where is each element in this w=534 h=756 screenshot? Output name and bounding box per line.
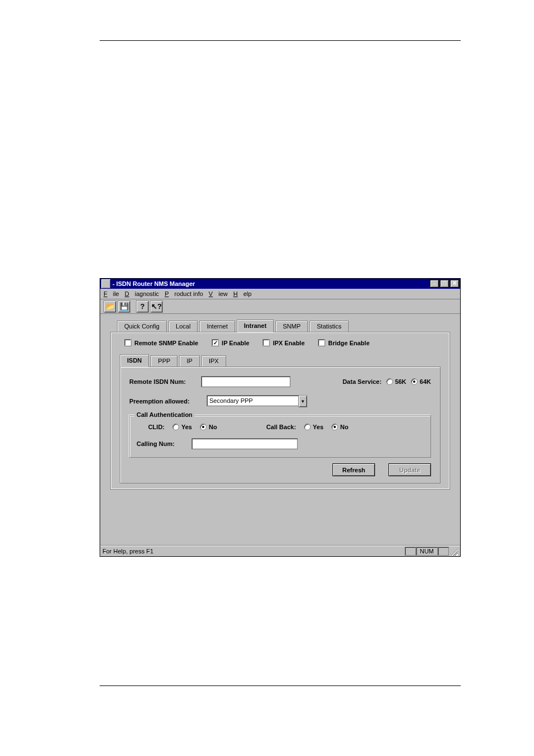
tab-internet[interactable]: Internet xyxy=(199,321,235,332)
menu-view[interactable]: View xyxy=(209,290,228,297)
radio-icon xyxy=(172,424,179,430)
client-area: Quick Config Local Internet Intranet SNM… xyxy=(100,314,460,545)
callback-no-label: No xyxy=(340,424,349,430)
data-service-56k-radio[interactable]: 56K xyxy=(386,378,406,385)
checkbox-icon xyxy=(263,339,270,346)
ipx-enable-checkbox[interactable]: IPX Enable xyxy=(263,339,305,346)
clid-no-radio[interactable]: No xyxy=(200,424,217,430)
call-auth-legend: Call Authentication xyxy=(134,411,195,418)
data-service-64k-radio[interactable]: 64K xyxy=(411,378,431,385)
ip-enable-checkbox[interactable]: IP Enable xyxy=(212,339,249,346)
menubar: File Diagnostic Product info View Help xyxy=(100,289,460,299)
button-row: Refresh Update xyxy=(129,463,431,476)
tab-intranet[interactable]: Intranet xyxy=(237,320,274,332)
preemption-value[interactable] xyxy=(207,395,298,406)
remote-isdn-num-label: Remote ISDN Num: xyxy=(129,378,196,385)
tab-statistics[interactable]: Statistics xyxy=(310,321,349,332)
status-num-indicator: NUM xyxy=(416,547,438,556)
tab-quick-config[interactable]: Quick Config xyxy=(117,321,167,332)
status-spacer xyxy=(405,547,416,556)
call-authentication-group: Call Authentication CLID: Yes No Call Ba… xyxy=(129,415,431,458)
menu-diagnostic[interactable]: Diagnostic xyxy=(125,290,159,297)
menu-help[interactable]: Help xyxy=(233,290,252,297)
status-spacer2 xyxy=(438,547,449,556)
callback-label: Call Back: xyxy=(266,424,296,430)
checkbox-checked-icon xyxy=(212,339,219,346)
help-icon: ? xyxy=(140,302,145,311)
subtab-ppp[interactable]: PPP xyxy=(151,355,177,367)
toolbar: 📂 💾 ? ↖? xyxy=(100,299,460,314)
calling-num-input[interactable] xyxy=(191,438,298,449)
calling-num-label: Calling Num: xyxy=(137,440,187,447)
help-button[interactable]: ? xyxy=(136,300,149,313)
clid-yes-label: Yes xyxy=(181,424,192,430)
main-tabs: Quick Config Local Internet Intranet SNM… xyxy=(117,320,450,332)
save-icon: 💾 xyxy=(120,302,129,311)
preemption-dropdown[interactable]: ▼ xyxy=(207,395,307,407)
subtab-ipx[interactable]: IPX xyxy=(202,355,226,367)
radio-icon xyxy=(386,378,393,385)
titlebar: - ISDN Router NMS Manager xyxy=(100,279,460,289)
close-button[interactable] xyxy=(450,280,459,288)
callback-yes-label: Yes xyxy=(313,424,324,430)
clid-label: CLID: xyxy=(137,424,165,430)
maximize-button[interactable] xyxy=(440,280,449,288)
ipx-enable-label: IPX Enable xyxy=(273,340,305,346)
tab-local[interactable]: Local xyxy=(168,321,198,332)
open-icon: 📂 xyxy=(106,302,115,311)
bridge-enable-label: Bridge Enable xyxy=(328,340,369,346)
remote-snmp-enable-checkbox[interactable]: Remote SNMP Enable xyxy=(124,339,198,346)
page-divider-top xyxy=(100,40,461,41)
tab-snmp[interactable]: SNMP xyxy=(275,321,308,332)
app-icon xyxy=(101,279,110,288)
clid-yes-radio[interactable]: Yes xyxy=(172,424,192,430)
app-window: - ISDN Router NMS Manager File Diagnosti… xyxy=(100,278,461,557)
ip-enable-label: IP Enable xyxy=(222,340,249,346)
remote-isdn-num-input[interactable] xyxy=(201,376,291,387)
radio-icon xyxy=(304,424,311,430)
page-divider-bottom xyxy=(100,685,461,686)
refresh-button[interactable]: Refresh xyxy=(332,463,375,476)
radio-selected-icon xyxy=(331,424,338,430)
status-help-text: For Help, press F1 xyxy=(102,548,405,555)
callback-yes-radio[interactable]: Yes xyxy=(304,424,324,430)
subtab-isdn[interactable]: ISDN xyxy=(120,354,149,367)
bridge-enable-checkbox[interactable]: Bridge Enable xyxy=(318,339,369,346)
whatsthis-button[interactable]: ↖? xyxy=(150,300,163,313)
subtab-ip[interactable]: IP xyxy=(179,355,199,367)
remote-snmp-enable-label: Remote SNMP Enable xyxy=(134,340,198,346)
menu-file[interactable]: File xyxy=(104,290,119,297)
resize-grip-icon[interactable] xyxy=(449,547,458,556)
checkbox-icon xyxy=(124,339,132,346)
menu-product-info[interactable]: Product info xyxy=(165,290,203,297)
radio-selected-icon xyxy=(200,424,207,430)
checkbox-icon xyxy=(318,339,325,346)
sub-tabs: ISDN PPP IP IPX xyxy=(120,354,441,367)
chevron-down-icon[interactable]: ▼ xyxy=(298,395,307,407)
enable-checkbox-row: Remote SNMP Enable IP Enable IPX Enable … xyxy=(120,338,441,352)
minimize-button[interactable] xyxy=(430,280,439,288)
update-button[interactable]: Update xyxy=(388,463,431,476)
preemption-label: Preemption allowed: xyxy=(129,398,202,405)
window-title: - ISDN Router NMS Manager xyxy=(113,280,430,287)
radio-56k-label: 56K xyxy=(395,378,406,385)
radio-selected-icon xyxy=(411,378,418,385)
data-service-label: Data Service: xyxy=(343,378,382,385)
isdn-panel: Remote ISDN Num: Data Service: 56K 64K P… xyxy=(120,367,441,483)
clid-no-label: No xyxy=(209,424,217,430)
callback-no-radio[interactable]: No xyxy=(331,424,349,430)
whatsthis-icon: ↖? xyxy=(151,302,162,311)
save-button[interactable]: 💾 xyxy=(118,300,130,313)
statusbar: For Help, press F1 NUM xyxy=(100,545,460,556)
radio-64k-label: 64K xyxy=(420,378,431,385)
open-button[interactable]: 📂 xyxy=(104,300,116,313)
intranet-panel: Remote SNMP Enable IP Enable IPX Enable … xyxy=(110,332,450,490)
